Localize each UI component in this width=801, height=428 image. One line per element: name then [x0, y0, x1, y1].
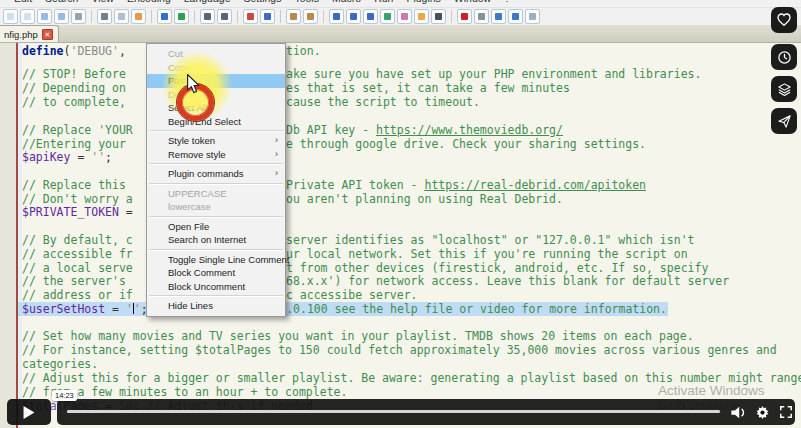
add-to-playlist-button[interactable] [771, 76, 797, 102]
code-line: define('DEBUG',tion. [0, 44, 801, 58]
code-token: $apiKey [22, 150, 70, 164]
code-token: = [105, 302, 126, 316]
code-token: // a local serve [22, 261, 133, 275]
watch-later-button[interactable] [771, 44, 797, 70]
code-line: $userSetHost = ''; // Example: 192.168.0… [0, 302, 801, 316]
context-menu-item-hide-lines[interactable]: Hide Lines [147, 299, 285, 313]
code-line: // For instance, setting $totalPages to … [0, 343, 801, 357]
seek-bar-progress [67, 410, 720, 413]
code-line: // the server's68.x.x') for network acce… [0, 274, 801, 288]
code-token: // accessible fr [22, 247, 133, 261]
context-menu-separator [149, 163, 283, 165]
context-menu-item-remove-style[interactable]: Remove style› [147, 148, 285, 162]
player-control-bar [57, 399, 795, 425]
code-token: server identifies as "localhost" or "127… [286, 233, 695, 247]
code-token: // the server's [22, 274, 126, 288]
code-token: = [70, 150, 91, 164]
code-token: define [22, 44, 64, 58]
settings-button[interactable] [751, 402, 773, 422]
code-token: // Don't worry a [22, 192, 133, 206]
context-menu-item-toggle-single-line-comment[interactable]: Toggle Single Line Comment [147, 253, 285, 267]
code-token: es that is set, it can take a few minute… [286, 81, 570, 95]
clock-icon [777, 50, 792, 65]
code-token: c accessibe server. [286, 288, 418, 302]
submenu-arrow-icon: › [275, 134, 278, 148]
context-menu-item-block-comment[interactable]: Block Comment [147, 266, 285, 280]
code-line: // Don't worry aou aren't planning on us… [0, 192, 801, 206]
code-token: ' [126, 302, 133, 316]
code-token: // Replace 'YOUR [22, 123, 133, 137]
code-token: ou aren't planning on using Real Debrid. [286, 192, 563, 206]
code-token: 68.x.x') for network access. Leave this … [286, 274, 729, 288]
code-token: //Entering your [22, 137, 126, 151]
play-icon [23, 406, 35, 419]
context-menu-item-search-on-internet[interactable]: Search on Internet [147, 233, 285, 247]
code-token: categories. [22, 357, 98, 371]
context-menu-separator [149, 130, 283, 132]
seek-bar[interactable] [67, 410, 720, 413]
context-menu-item-open-file[interactable]: Open File [147, 220, 285, 234]
code-line: // accessible frur local network. Set th… [0, 247, 801, 261]
play-button[interactable] [7, 399, 51, 425]
code-token: t from other devices (firestick, android… [286, 261, 708, 275]
share-button[interactable] [771, 108, 797, 134]
code-token: ake sure you have set up your PHP enviro… [286, 67, 701, 81]
volume-icon [730, 405, 747, 420]
code-lines: define('DEBUG',tion.// STOP! Beforeake s… [0, 0, 801, 428]
code-token: Db API key - [286, 123, 376, 137]
submenu-arrow-icon: › [275, 167, 278, 181]
code-line: // to complete,cause the script to timeo… [0, 95, 801, 109]
like-button[interactable] [771, 7, 797, 33]
code-token: , [119, 44, 126, 58]
fullscreen-button[interactable] [775, 402, 797, 422]
code-token: // STOP! Before [22, 67, 126, 81]
code-token: // By default, c [22, 233, 133, 247]
code-token: $userSetHost [22, 302, 105, 316]
code-line: // a local servet from other devices (fi… [0, 261, 801, 275]
activate-windows-watermark: Activate Windows [658, 383, 765, 398]
context-menu-item-block-uncomment[interactable]: Block Uncomment [147, 280, 285, 294]
code-line: categories. [0, 357, 801, 371]
code-token: // address or if [22, 288, 133, 302]
context-menu-item-lowercase: lowercase [147, 200, 285, 214]
context-menu-item-style-token[interactable]: Style token› [147, 134, 285, 148]
context-menu-item-plugin-commands[interactable]: Plugin commands› [147, 167, 285, 181]
fullscreen-icon [779, 405, 793, 419]
seek-time-tooltip: 14:23 [52, 390, 77, 401]
code-token: tion. [286, 44, 321, 58]
paper-plane-icon [777, 114, 792, 129]
context-menu-separator [149, 183, 283, 185]
code-line: //Entering youre through google drive. C… [0, 137, 801, 151]
code-line: $apiKey = ''; [0, 150, 801, 164]
context-menu-separator [149, 216, 283, 218]
mouse-cursor-icon [186, 74, 201, 98]
code-token: // Depending on [22, 81, 126, 95]
code-token: e through google drive. Check your shari… [286, 137, 646, 151]
code-token: 'DEBUG' [70, 44, 118, 58]
volume-button[interactable] [727, 402, 749, 422]
code-token: ' [134, 302, 141, 316]
heart-icon [776, 12, 792, 28]
code-line: // Replace 'YOURDb API key - https://www… [0, 123, 801, 137]
code-token: ur local network. Set this if you're run… [286, 247, 688, 261]
context-menu-item-begin-end-select[interactable]: Begin/End Select [147, 115, 285, 129]
code-line: // Replace thisPrivate API token - https… [0, 178, 801, 192]
context-menu-separator [149, 295, 283, 297]
context-menu-separator [149, 249, 283, 251]
code-line: // STOP! Beforeake sure you have set up … [0, 67, 801, 81]
code-token: $PRIVATE_TOKEN [22, 205, 119, 219]
gear-icon [755, 405, 770, 420]
code-line: // By default, cserver identifies as "lo… [0, 233, 801, 247]
code-line: // Set how many movies and TV series you… [0, 329, 801, 343]
code-token: '' [91, 150, 105, 164]
code-line: // Depending ones that is set, it can ta… [0, 81, 801, 95]
code-token: ; [105, 150, 112, 164]
code-token: // For instance, setting $totalPages to … [22, 343, 777, 357]
code-token: https://www.themoviedb.org/ [376, 123, 563, 137]
code-line: $PRIVATE_TOKEN = [0, 205, 801, 219]
code-token: Private API token - [286, 178, 424, 192]
submenu-arrow-icon: › [275, 148, 278, 162]
code-token: // Set how many movies and TV series you… [22, 329, 694, 343]
code-token: // to complete, [22, 95, 126, 109]
layers-icon [777, 82, 792, 97]
